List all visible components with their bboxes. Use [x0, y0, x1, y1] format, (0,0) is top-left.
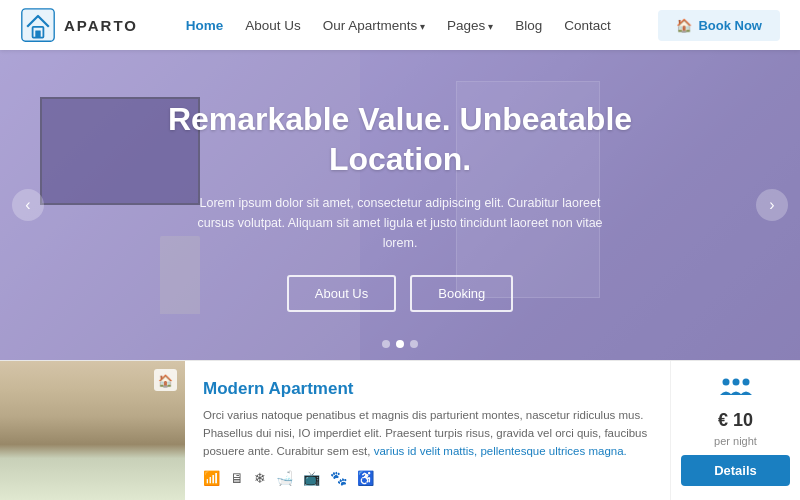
- hero-next-button[interactable]: ›: [756, 189, 788, 221]
- dot-1[interactable]: [382, 340, 390, 348]
- apartment-amenities: 📶 🖥 ❄ 🛁 📺 🐾 ♿: [203, 470, 652, 486]
- svg-rect-2: [35, 30, 40, 37]
- people-svg: [720, 375, 752, 397]
- wifi-icon: 📶: [203, 470, 220, 486]
- card-image-overlay: 🏠: [154, 369, 177, 391]
- hero-booking-button[interactable]: Booking: [410, 275, 513, 312]
- logo-text: APARTO: [64, 17, 138, 34]
- nav-item-about[interactable]: About Us: [245, 16, 301, 34]
- image-icon: 🏠: [158, 374, 173, 388]
- hero-about-button[interactable]: About Us: [287, 275, 396, 312]
- price-amount: € 10: [718, 410, 753, 431]
- hero-content: Remarkable Value. Unbeatable Location. L…: [0, 50, 800, 360]
- hero-buttons: About Us Booking: [287, 275, 513, 312]
- dot-2[interactable]: [396, 340, 404, 348]
- navbar: APARTO Home About Us Our Apartments Page…: [0, 0, 800, 50]
- apartment-card-description: Orci varius natoque penatibus et magnis …: [203, 407, 652, 460]
- apartment-card-image: 🏠: [0, 361, 185, 500]
- book-now-button[interactable]: 🏠 Book Now: [658, 10, 780, 41]
- bath-icon: 🛁: [276, 470, 293, 486]
- nav-link-about[interactable]: About Us: [245, 18, 301, 33]
- book-now-icon: 🏠: [676, 18, 692, 33]
- media-icon: 📺: [303, 470, 320, 486]
- apartment-card-body: Modern Apartment Orci varius natoque pen…: [185, 361, 670, 500]
- svg-point-4: [732, 379, 739, 386]
- hero-subtitle: Lorem ipsum dolor sit amet, consectetur …: [190, 193, 610, 253]
- logo-icon: [20, 7, 56, 43]
- book-now-label: Book Now: [698, 18, 762, 33]
- svg-point-3: [722, 379, 729, 386]
- nav-item-contact[interactable]: Contact: [564, 16, 611, 34]
- logo[interactable]: APARTO: [20, 7, 138, 43]
- details-button[interactable]: Details: [681, 455, 790, 486]
- apartment-card-section: 🏠 Modern Apartment Orci varius natoque p…: [0, 360, 800, 500]
- nav-link-pages[interactable]: Pages: [447, 18, 493, 33]
- svg-point-5: [742, 379, 749, 386]
- card-desc-text: Orci varius natoque penatibus et magnis …: [203, 409, 647, 457]
- apartment-card-title: Modern Apartment: [203, 379, 652, 399]
- card-desc-highlight: varius id velit mattis, pellentesque ult…: [374, 445, 627, 457]
- nav-item-apartments[interactable]: Our Apartments: [323, 16, 425, 34]
- pets-icon: 🐾: [330, 470, 347, 486]
- price-per-night: per night: [714, 435, 757, 447]
- accessible-icon: ♿: [357, 470, 374, 486]
- ac-icon: ❄: [254, 470, 266, 486]
- hero-section: Remarkable Value. Unbeatable Location. L…: [0, 50, 800, 360]
- nav-link-blog[interactable]: Blog: [515, 18, 542, 33]
- nav-item-pages[interactable]: Pages: [447, 16, 493, 34]
- dot-3[interactable]: [410, 340, 418, 348]
- hero-prev-button[interactable]: ‹: [12, 189, 44, 221]
- nav-link-contact[interactable]: Contact: [564, 18, 611, 33]
- nav-links: Home About Us Our Apartments Pages Blog …: [186, 16, 611, 34]
- tv-icon: 🖥: [230, 470, 244, 486]
- guests-icon: [720, 375, 752, 402]
- nav-item-blog[interactable]: Blog: [515, 16, 542, 34]
- apartment-price-section: € 10 per night Details: [670, 361, 800, 500]
- nav-item-home[interactable]: Home: [186, 16, 224, 34]
- hero-title: Remarkable Value. Unbeatable Location.: [120, 99, 680, 179]
- nav-link-home[interactable]: Home: [186, 18, 224, 33]
- hero-pagination: [382, 340, 418, 348]
- nav-link-apartments[interactable]: Our Apartments: [323, 18, 425, 33]
